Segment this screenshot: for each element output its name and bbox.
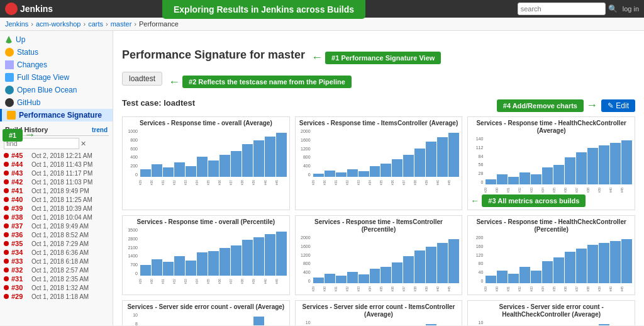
chart-y-label: 2000160012008004000 — [298, 235, 311, 283]
build-row[interactable]: #36 Oct 1, 2018 8:52 AM — [4, 230, 109, 239]
chart-bar — [336, 276, 347, 283]
x-tick: #40 — [436, 286, 448, 291]
chart-bar — [497, 271, 508, 283]
sidebar-arrow-right: → — [24, 128, 35, 142]
x-tick: #29 — [484, 286, 496, 291]
build-row[interactable]: #39 Oct 1, 2018 10:39 AM — [4, 204, 109, 213]
sidebar-item-status[interactable]: Status — [0, 46, 113, 59]
y-tick: 80 — [470, 261, 483, 266]
x-tick: #33 — [357, 286, 369, 291]
sidebar-label-openblue: Open Blue Ocean — [17, 86, 77, 94]
x-tick: #37 — [575, 286, 587, 291]
x-tick: #36 — [564, 286, 575, 291]
chart-title: Services - Response time - ItemsControll… — [298, 120, 460, 127]
build-date: Oct 1, 2018 11:25 AM — [31, 196, 92, 203]
y-tick: 0 — [298, 172, 311, 177]
build-date: Oct 1, 2018 11:03 PM — [31, 179, 92, 186]
build-row[interactable]: #32 Oct 1, 2018 2:57 AM — [4, 266, 109, 274]
search-input[interactable] — [518, 3, 606, 15]
x-tick: #34 — [541, 188, 553, 193]
build-row[interactable]: #45 Oct 2, 2018 12:21 AM — [4, 151, 109, 160]
x-tick: #31 — [335, 180, 346, 185]
y-tick: 1200 — [298, 147, 311, 151]
chart-bar — [186, 261, 196, 276]
content-area: Performance Signature for master ← #1 Pe… — [113, 31, 644, 325]
build-date: Oct 1, 2018 2:35 AM — [31, 276, 89, 283]
chart-bar — [576, 249, 587, 283]
build-number: #31 — [11, 275, 29, 283]
build-row[interactable]: #41 Oct 1, 2018 9:49 PM — [4, 186, 109, 195]
annotation-2-container: ← #2 Reflects the testcase name from the… — [169, 76, 352, 89]
search-clear-button[interactable]: ✕ — [80, 140, 86, 148]
x-tick: #32 — [346, 286, 357, 291]
build-row[interactable]: #30 Oct 1, 2018 1:32 AM — [4, 283, 109, 292]
chart-bar — [531, 174, 541, 184]
sidebar-item-openblue[interactable]: Open Blue Ocean — [0, 84, 113, 96]
up-icon — [5, 36, 13, 43]
breadcrumb: Jenkins › acm-workshop › carts › master … — [0, 18, 644, 31]
build-status-dot — [4, 179, 9, 184]
chart-bar — [219, 155, 230, 177]
x-tick: #45 — [621, 286, 632, 291]
sidebar-item-up[interactable]: Up — [0, 33, 113, 46]
sidebar-item-changes[interactable]: Changes — [0, 59, 113, 71]
chart-bar — [325, 171, 335, 177]
breadcrumb-master[interactable]: master — [111, 20, 132, 28]
sidebar-item-github[interactable]: GitHub — [0, 96, 113, 109]
chart-bar — [621, 140, 632, 184]
y-tick: 800 — [298, 261, 311, 266]
annotation-1-container: ← #1 Performance Signature View — [311, 51, 441, 64]
chart-bar — [347, 272, 358, 283]
chart-bar — [508, 177, 519, 184]
chart-card: Services - Response time - HealthCheckCo… — [467, 116, 635, 210]
sidebar: Up Status Changes Full Stage View Open B… — [0, 31, 113, 325]
build-row[interactable]: #34 Oct 1, 2018 6:36 AM — [4, 248, 109, 257]
chart-bar — [553, 165, 564, 184]
build-row[interactable]: #31 Oct 1, 2018 2:35 AM — [4, 274, 109, 283]
login-link[interactable]: log in — [623, 5, 639, 13]
build-row[interactable]: #33 Oct 1, 2018 6:18 AM — [4, 257, 109, 266]
build-row[interactable]: #40 Oct 1, 2018 11:25 AM — [4, 195, 109, 204]
x-tick: #35 — [553, 188, 564, 193]
chart-bar — [242, 144, 253, 177]
x-tick: #40 — [609, 286, 621, 291]
sidebar-item-performance-signature[interactable]: Performance Signature — [0, 109, 113, 121]
chart-bar — [336, 172, 347, 177]
build-number: #39 — [11, 205, 29, 212]
chart-area: 1401128456280#29#30#31#32#33#34#35#36#37… — [470, 137, 632, 193]
chart-bar — [565, 157, 575, 184]
build-row[interactable]: #29 Oct 1, 2018 1:18 AM — [4, 292, 109, 301]
chart-bar — [219, 248, 230, 276]
build-row[interactable]: #38 Oct 1, 2018 10:04 AM — [4, 213, 109, 222]
chart-bars-container — [486, 239, 632, 283]
chart-card: Services - Response time - overall (Perc… — [122, 215, 290, 295]
sidebar-label-changes: Changes — [17, 60, 47, 69]
chart-bar — [599, 324, 609, 325]
chart-bar — [576, 152, 587, 184]
arrow-right-4: → — [586, 99, 597, 112]
build-date: Oct 1, 2018 11:43 PM — [31, 161, 92, 168]
build-status-dot — [4, 153, 9, 158]
build-row[interactable]: #35 Oct 1, 2018 7:29 AM — [4, 239, 109, 248]
chart-bar — [197, 157, 208, 177]
chart-bar — [325, 274, 335, 283]
y-tick: 2000 — [298, 129, 311, 133]
build-row[interactable]: #37 Oct 1, 2018 9:49 AM — [4, 222, 109, 230]
chart-bar — [426, 324, 436, 325]
breadcrumb-jenkins[interactable]: Jenkins — [5, 20, 28, 28]
jenkins-logo-text: Jenkins — [20, 4, 53, 14]
chart-card: Services - Response time - HealthCheckCo… — [467, 215, 635, 295]
y-tick: 10 — [470, 320, 483, 325]
trend-link[interactable]: trend — [92, 126, 108, 133]
build-date: Oct 1, 2018 2:57 AM — [31, 267, 89, 274]
x-tick: #38 — [414, 180, 425, 185]
build-row[interactable]: #42 Oct 1, 2018 11:03 PM — [4, 177, 109, 186]
build-row[interactable]: #43 Oct 1, 2018 11:17 PM — [4, 169, 109, 177]
breadcrumb-acm[interactable]: acm-workshop — [36, 20, 81, 28]
breadcrumb-carts[interactable]: carts — [88, 20, 103, 28]
sidebar-item-fullstage[interactable]: Full Stage View — [0, 71, 113, 84]
chart-bar — [174, 162, 185, 177]
chart-area: 2000160012008004000#29#30#31#32#33#34#35… — [298, 235, 460, 292]
build-row[interactable]: #44 Oct 1, 2018 11:43 PM — [4, 160, 109, 169]
edit-button[interactable]: ✎ Edit — [601, 99, 635, 112]
